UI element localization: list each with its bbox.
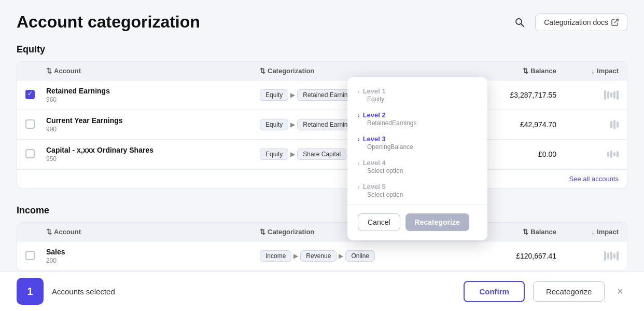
chevron-icon: › [358, 136, 360, 142]
dropdown-level-1[interactable]: › Level 1 Equity [347, 83, 487, 107]
chevron-icon: › [358, 184, 360, 190]
page-header: Account categorization Categorization do… [0, 0, 644, 40]
dropdown-level-3[interactable]: › Level 3 OpeningBalance [347, 131, 487, 155]
table-row: Current Year Earnings 990 Equity ▶ Retai… [17, 110, 627, 140]
account-name: Current Year Earnings [46, 116, 260, 125]
categorization-cell: Income ▶ Revenue ▶ Online [260, 250, 473, 262]
account-name: Sales [46, 248, 260, 256]
cat-tag-revenue: Revenue [300, 250, 337, 262]
selected-count-badge: 1 [17, 278, 44, 305]
impact-cell [556, 151, 619, 158]
cat-tag-equity: Equity [260, 119, 288, 130]
checkbox-cell[interactable] [25, 149, 46, 160]
income-section: Income ⇅ Account ⇅ Categorization ⇅ Bala… [0, 188, 644, 271]
chevron-icon: › [358, 160, 360, 166]
dropdown-level-5[interactable]: › Level 5 Select option [347, 179, 487, 202]
col-categorization[interactable]: ⇅ Categorization [260, 67, 473, 75]
sort-icon: ⇅ [523, 67, 528, 75]
row-checkbox-2[interactable] [25, 119, 35, 129]
account-code: 950 [46, 155, 260, 163]
level-4-sublabel: Select option [358, 167, 477, 174]
impact-cell [556, 251, 619, 261]
level-dropdown: › Level 1 Equity › Level 2 RetainedEarni… [347, 77, 487, 240]
external-link-icon [611, 19, 619, 26]
cat-arrow: ▶ [339, 252, 343, 260]
col-balance[interactable]: ⇅ Balance [473, 67, 556, 75]
balance-cell: £120,667.41 [473, 252, 556, 260]
page-wrapper: Account categorization Categorization do… [0, 0, 644, 311]
impact-bar [613, 91, 615, 99]
equity-section: Equity ⇅ Account ⇅ Categorization ⇅ Bala… [0, 40, 644, 188]
impact-bar [617, 121, 619, 128]
cat-tag-online: Online [345, 250, 375, 262]
level-2-label: › Level 2 [358, 111, 477, 119]
search-icon [514, 17, 525, 28]
svg-point-0 [516, 19, 522, 24]
impact-bar [613, 120, 615, 129]
row-checkbox-1[interactable] [25, 90, 35, 99]
impact-cell [556, 90, 619, 100]
page-title: Account categorization [17, 12, 200, 32]
impact-bar [617, 251, 619, 261]
account-cell: Retained Earnings 960 [46, 87, 260, 103]
chevron-icon: › [358, 88, 360, 94]
search-button[interactable] [510, 13, 529, 32]
income-table: ⇅ Account ⇅ Categorization ⇅ Balance ↓ I… [17, 222, 627, 271]
sort-icon: ⇅ [46, 228, 52, 236]
col-account[interactable]: ⇅ Account [46, 67, 260, 75]
svg-line-1 [521, 24, 524, 26]
docs-button-label: Categorization docs [544, 18, 608, 26]
sort-icon: ⇅ [260, 228, 265, 236]
table-row: Retained Earnings 960 Equity ▶ Retained … [17, 80, 627, 110]
account-cell: Current Year Earnings 990 [46, 116, 260, 133]
level-3-sublabel: OpeningBalance [358, 143, 477, 151]
close-bottom-bar-button[interactable]: × [613, 281, 627, 302]
impact-bar [617, 90, 619, 100]
checkbox-cell[interactable] [25, 119, 46, 130]
row-checkbox-sales[interactable] [25, 251, 35, 260]
level-3-label: › Level 3 [358, 135, 477, 143]
level-2-sublabel: RetainedEarnings [358, 119, 477, 127]
checkbox-cell[interactable] [25, 251, 46, 262]
dropdown-recategorize-button: Recategorize [405, 213, 469, 231]
recategorize-button[interactable]: Recategorize [533, 281, 605, 302]
equity-section-title: Equity [0, 40, 644, 61]
header-actions: Categorization docs [510, 13, 627, 32]
impact-bar [613, 152, 615, 156]
impact-bar [607, 91, 609, 99]
chevron-icon: › [358, 112, 360, 118]
see-all-button[interactable]: See all accounts [569, 175, 619, 183]
row-checkbox-3[interactable] [25, 149, 35, 158]
dropdown-level-2[interactable]: › Level 2 RetainedEarnings [347, 107, 487, 131]
account-code: 960 [46, 96, 260, 103]
table-row: Sales 200 Income ▶ Revenue ▶ Online £120… [17, 241, 627, 271]
impact-bar [613, 253, 615, 259]
impact-bar [617, 151, 619, 157]
col-impact-income[interactable]: ↓ Impact [556, 228, 619, 236]
confirm-button[interactable]: Confirm [464, 281, 525, 302]
equity-table: ⇅ Account ⇅ Categorization ⇅ Balance ↓ I… [17, 61, 627, 188]
income-table-header: ⇅ Account ⇅ Categorization ⇅ Balance ↓ I… [17, 223, 627, 241]
bottom-action-bar: 1 Accounts selected Confirm Recategorize… [0, 271, 644, 311]
dropdown-level-4[interactable]: › Level 4 Select option [347, 155, 487, 179]
docs-button[interactable]: Categorization docs [535, 13, 627, 31]
dropdown-actions: Cancel Recategorize [347, 207, 487, 234]
impact-bar [610, 252, 612, 260]
cat-tag-income: Income [260, 250, 291, 262]
sort-icon: ⇅ [523, 228, 528, 236]
impact-bar [607, 253, 609, 259]
cat-tag-share: Share Capital [297, 148, 346, 160]
level-5-sublabel: Select option [358, 191, 477, 198]
impact-cell [556, 120, 619, 129]
see-all-row: See all accounts [17, 169, 627, 188]
sort-icon: ⇅ [260, 67, 265, 75]
dropdown-cancel-button[interactable]: Cancel [358, 213, 400, 231]
col-account-income[interactable]: ⇅ Account [46, 228, 260, 236]
level-1-label: › Level 1 [358, 87, 477, 95]
account-code: 200 [46, 257, 260, 264]
col-impact[interactable]: ↓ Impact [556, 67, 619, 75]
cat-arrow: ▶ [293, 252, 298, 260]
account-name: Retained Earnings [46, 87, 260, 95]
level-5-label: › Level 5 [358, 183, 477, 191]
checkbox-cell[interactable] [25, 90, 46, 101]
